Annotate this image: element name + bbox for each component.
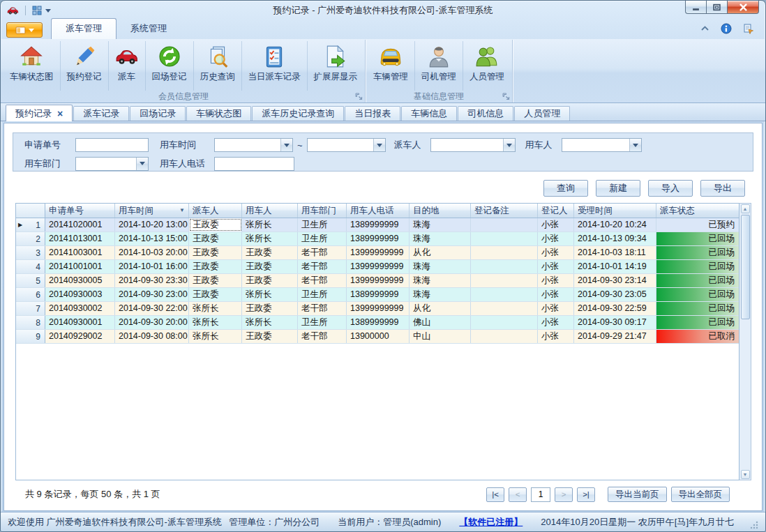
- cell-registrar[interactable]: 小张: [538, 288, 574, 301]
- row-selector[interactable]: 7: [16, 302, 45, 315]
- cell-apply_no[interactable]: 20140930003: [45, 288, 115, 301]
- scroll-up-icon[interactable]: ▲: [741, 204, 750, 213]
- ribbon-button-checklist[interactable]: 当日派车记录: [241, 41, 307, 91]
- cell-phone[interactable]: 13999999999: [347, 246, 410, 259]
- ribbon-button-extend-screen[interactable]: 扩展屏显示: [307, 41, 364, 91]
- cell-remark[interactable]: [471, 302, 538, 315]
- cell-user[interactable]: 张所长: [242, 316, 298, 329]
- ribbon-tab-dispatch[interactable]: 派车管理: [51, 18, 117, 39]
- cell-apply_no[interactable]: 20141001001: [45, 260, 115, 273]
- cell-phone[interactable]: 1389999999: [347, 288, 410, 301]
- ribbon-button-yellow-car[interactable]: 车辆管理: [367, 41, 414, 91]
- cell-dispatcher[interactable]: 张所长: [189, 316, 242, 329]
- cell-use_time[interactable]: 2014-10-20 13:00: [115, 218, 189, 231]
- row-selector[interactable]: 2: [16, 232, 45, 245]
- cell-status[interactable]: 已回场: [656, 288, 739, 301]
- cell-department[interactable]: 老干部: [298, 274, 347, 287]
- cell-use_time[interactable]: 2014-09-30 08:00: [115, 330, 189, 343]
- cell-status[interactable]: 已回场: [656, 274, 739, 287]
- cell-registrar[interactable]: 小张: [538, 218, 574, 231]
- cell-registrar[interactable]: 小张: [538, 302, 574, 315]
- cell-remark[interactable]: [471, 232, 538, 245]
- new-button[interactable]: 新建: [596, 180, 640, 197]
- ribbon-button-pencil[interactable]: 预约登记: [60, 41, 108, 91]
- user-phone-input[interactable]: [214, 157, 294, 171]
- row-selector[interactable]: 9: [16, 330, 45, 343]
- cell-apply_no[interactable]: 20140929002: [45, 330, 115, 343]
- cell-phone[interactable]: 13900000: [347, 330, 410, 343]
- cell-use_time[interactable]: 2014-10-01 16:00: [115, 260, 189, 273]
- cell-department[interactable]: 老干部: [298, 302, 347, 315]
- cell-registrar[interactable]: 小张: [538, 274, 574, 287]
- cell-department[interactable]: 卫生所: [298, 232, 347, 245]
- cell-accept_time[interactable]: 2014-10-01 14:19: [574, 260, 656, 273]
- cell-remark[interactable]: [471, 246, 538, 259]
- column-header-remark[interactable]: 登记备注: [471, 204, 538, 218]
- cell-remark[interactable]: [471, 218, 538, 231]
- cell-accept_time[interactable]: 2014-10-03 18:11: [574, 246, 656, 259]
- cell-apply_no[interactable]: 20140930002: [45, 302, 115, 315]
- dialog-launcher-icon[interactable]: [502, 93, 510, 100]
- cell-destination[interactable]: 从化: [410, 246, 471, 259]
- cell-use_time[interactable]: 2014-09-30 22:00: [115, 302, 189, 315]
- scroll-down-icon[interactable]: ▼: [741, 470, 750, 479]
- page-number-input[interactable]: [531, 487, 550, 502]
- cell-dispatcher[interactable]: 张所长: [189, 302, 242, 315]
- cell-remark[interactable]: [471, 288, 538, 301]
- cell-destination[interactable]: 珠海: [410, 274, 471, 287]
- cell-phone[interactable]: 13999999999: [347, 302, 410, 315]
- cell-remark[interactable]: [471, 330, 538, 343]
- query-button[interactable]: 查询: [543, 180, 588, 197]
- quick-access-layout-icon[interactable]: [31, 5, 43, 16]
- export-current-page-button[interactable]: 导出当前页: [608, 487, 667, 502]
- cell-user[interactable]: 王政委: [242, 260, 298, 273]
- column-header-destination[interactable]: 目的地: [410, 204, 471, 218]
- ribbon-collapse-icon[interactable]: [700, 25, 709, 31]
- table-row[interactable]: ▶1201410200012014-10-20 13:00王政委张所长卫生所13…: [16, 218, 739, 232]
- cell-remark[interactable]: [471, 316, 538, 329]
- use-time-from-combo[interactable]: [214, 138, 293, 152]
- resize-grip[interactable]: [749, 520, 758, 529]
- doc-tab[interactable]: 当日报表: [345, 106, 400, 121]
- table-row[interactable]: 3201410030012014-10-03 20:00王政委王政委老干部139…: [16, 246, 739, 260]
- ribbon-button-house[interactable]: 车辆状态图: [3, 41, 60, 91]
- export-all-pages-button[interactable]: 导出全部页: [671, 487, 730, 502]
- combo-dropdown-button[interactable]: [503, 139, 515, 151]
- column-header-phone[interactable]: 用车人电话: [347, 204, 410, 218]
- import-button[interactable]: 导入: [648, 180, 693, 197]
- table-row[interactable]: 8201409300012014-09-30 20:00张所长张所长卫生所138…: [16, 316, 739, 330]
- row-selector[interactable]: ▶1: [16, 218, 45, 231]
- dispatcher-combo[interactable]: [430, 138, 516, 152]
- grid-vscroll[interactable]: ▲ ▼: [739, 203, 751, 480]
- column-header-dispatcher[interactable]: 派车人: [189, 204, 242, 218]
- combo-dropdown-button[interactable]: [280, 139, 292, 151]
- cell-destination[interactable]: 佛山: [410, 316, 471, 329]
- cell-user[interactable]: 张所长: [242, 288, 298, 301]
- prev-page-button[interactable]: <: [509, 487, 527, 502]
- doc-tab[interactable]: 预约记录×: [6, 105, 73, 121]
- column-header-apply_no[interactable]: 申请单号: [45, 204, 115, 218]
- quick-access-dropdown-icon[interactable]: [45, 9, 51, 13]
- table-row[interactable]: 6201409300032014-09-30 23:00王政委张所长卫生所138…: [16, 288, 739, 302]
- cell-accept_time[interactable]: 2014-10-13 09:34: [574, 232, 656, 245]
- cell-status[interactable]: 已预约: [656, 218, 739, 231]
- doc-tab[interactable]: 人员管理: [514, 106, 570, 121]
- cell-phone[interactable]: 1389999999: [347, 232, 410, 245]
- column-header-registrar[interactable]: 登记人: [538, 204, 574, 218]
- cell-phone[interactable]: 1389999999: [347, 218, 410, 231]
- cell-user[interactable]: 王政委: [242, 246, 298, 259]
- cell-status[interactable]: 已回场: [656, 232, 739, 245]
- ribbon-button-people[interactable]: 人员管理: [463, 41, 511, 91]
- doc-tab[interactable]: 车辆状态图: [186, 106, 251, 121]
- cell-phone[interactable]: 13999999999: [347, 274, 410, 287]
- cell-user[interactable]: 王政委: [242, 274, 298, 287]
- app-menu-button[interactable]: [6, 22, 43, 38]
- cell-department[interactable]: 老干部: [298, 246, 347, 259]
- cell-dispatcher[interactable]: 王政委: [189, 288, 242, 301]
- row-selector[interactable]: 4: [16, 260, 45, 273]
- cell-use_time[interactable]: 2014-09-30 23:30: [115, 274, 189, 287]
- dialog-launcher-icon[interactable]: [355, 93, 363, 100]
- cell-use_time[interactable]: 2014-10-03 20:00: [115, 246, 189, 259]
- ribbon-tab-system[interactable]: 系统管理: [117, 19, 181, 39]
- maximize-button[interactable]: [706, 1, 727, 14]
